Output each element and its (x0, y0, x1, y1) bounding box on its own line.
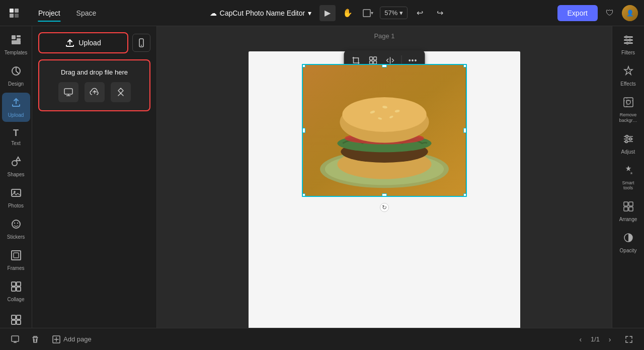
sidebar-item-apps[interactable]: Apps (2, 310, 30, 328)
adjust-label: Adjust (621, 149, 635, 155)
project-name[interactable]: ☁ CapCut Photo Name Editor ▾ (210, 9, 312, 17)
right-item-adjust[interactable]: Adjust (614, 129, 642, 159)
handle-top-left[interactable] (302, 64, 305, 67)
handle-bottom-right[interactable] (463, 193, 467, 197)
right-item-smart-tools[interactable]: Smarttools (614, 161, 642, 195)
logo-icon[interactable] (6, 5, 22, 21)
sidebar-icons: Templates Design Upload T Text Shapes (0, 26, 32, 328)
image-container[interactable]: ↻ (302, 64, 467, 197)
collage-label: Collage (8, 297, 25, 302)
sidebar-item-shapes[interactable]: Shapes (2, 152, 30, 181)
sidebar-item-photos[interactable]: Photos (2, 183, 30, 213)
svg-rect-0 (10, 9, 14, 13)
tab-space[interactable]: Space (68, 5, 105, 21)
cursor-tool-btn[interactable]: ▶ (319, 5, 336, 21)
page-label: Page 1 (374, 32, 394, 40)
svg-rect-2 (10, 14, 14, 18)
svg-rect-19 (12, 282, 16, 286)
fullscreen-btn[interactable] (622, 332, 636, 346)
mobile-upload-btn[interactable] (132, 34, 150, 52)
sidebar-item-text[interactable]: T Text (2, 124, 30, 150)
export-button[interactable]: Export (557, 5, 598, 21)
undo-btn[interactable]: ↩ (412, 5, 428, 21)
svg-point-16 (17, 223, 18, 224)
svg-point-52 (342, 97, 426, 132)
filters-label: Filters (621, 50, 635, 55)
right-item-opacity[interactable]: Opacity (614, 228, 642, 257)
svg-point-31 (141, 45, 142, 46)
selected-image[interactable] (302, 64, 467, 197)
shield-icon[interactable]: 🛡 (602, 5, 618, 21)
opacity-label: Opacity (620, 248, 637, 253)
svg-marker-11 (16, 157, 20, 161)
svg-rect-69 (624, 202, 628, 206)
page-indicator: 1/1 (591, 335, 600, 343)
arrange-icon (623, 201, 634, 215)
smart-tools-icon (623, 165, 634, 178)
remove-bg-label: Removebackgr… (619, 112, 637, 123)
prev-page-btn[interactable]: ‹ (575, 333, 587, 345)
handle-top-mid[interactable] (382, 64, 387, 67)
topbar-right: Export 🛡 👤 (557, 5, 638, 21)
svg-point-10 (12, 161, 17, 166)
svg-rect-8 (12, 40, 21, 44)
right-item-filters[interactable]: Filters (614, 30, 642, 59)
svg-point-15 (14, 223, 15, 224)
right-item-remove-bg[interactable]: Removebackgr… (614, 93, 642, 127)
cloud-upload-btn[interactable] (85, 82, 105, 102)
drag-drop-text: Drag and drop file here (61, 68, 128, 76)
rotate-handle[interactable]: ↻ (380, 203, 389, 212)
add-page-btn[interactable]: Add page (48, 333, 96, 345)
layout-tool-btn[interactable]: ▾ (360, 5, 376, 21)
right-item-effects[interactable]: Effects (614, 61, 642, 91)
sidebar-item-upload[interactable]: Upload (2, 93, 30, 122)
handle-mid-left[interactable] (302, 128, 305, 133)
canvas-area[interactable]: Page 1 ••• (157, 26, 612, 328)
sidebar-item-templates[interactable]: Templates (2, 30, 30, 59)
right-item-arrange[interactable]: Arrange (614, 197, 642, 226)
zoom-control[interactable]: 57% ▾ (380, 7, 408, 19)
handle-bottom-mid[interactable] (382, 193, 387, 197)
zoom-chevron-icon: ▾ (399, 9, 403, 17)
topbar-tools: ▶ ✋ ▾ 57% ▾ ↩ ↪ (319, 5, 448, 21)
upload-panel: Upload Drag and drop file here (32, 26, 157, 328)
opacity-icon (623, 232, 634, 246)
avatar[interactable]: 👤 (622, 5, 638, 21)
tab-project[interactable]: Project (30, 5, 68, 21)
design-icon (11, 65, 22, 79)
templates-label: Templates (5, 50, 28, 55)
svg-rect-34 (370, 57, 373, 60)
svg-point-63 (626, 42, 628, 44)
handle-bottom-left[interactable] (302, 193, 305, 197)
redo-btn[interactable]: ↪ (432, 5, 448, 21)
svg-rect-7 (17, 38, 21, 40)
svg-rect-70 (629, 202, 633, 206)
computer-upload-btn[interactable] (58, 82, 78, 102)
avatar-image: 👤 (622, 5, 638, 21)
svg-rect-5 (12, 35, 16, 39)
present-btn[interactable] (8, 332, 22, 346)
delete-btn[interactable] (28, 332, 42, 346)
upload-main-button[interactable]: Upload (38, 32, 128, 53)
svg-rect-35 (374, 57, 377, 60)
sidebar-item-collage[interactable]: Collage (2, 277, 30, 306)
svg-point-66 (625, 135, 628, 137)
zoom-value: 57% (384, 9, 397, 17)
sidebar-item-design[interactable]: Design (2, 61, 30, 91)
stickers-label: Stickers (7, 234, 25, 240)
drag-drop-zone[interactable]: Drag and drop file here (38, 59, 150, 111)
frames-icon (11, 250, 22, 263)
dropbox-upload-btn[interactable] (111, 82, 131, 102)
photos-label: Photos (8, 203, 24, 208)
bottom-bar: Add page ‹ 1/1 › (0, 328, 644, 350)
shapes-icon (11, 156, 22, 170)
next-page-btn[interactable]: › (604, 333, 616, 345)
svg-point-14 (12, 220, 20, 228)
handle-top-right[interactable] (463, 64, 467, 67)
sidebar-item-frames[interactable]: Frames (2, 246, 30, 275)
hand-tool-btn[interactable]: ✋ (340, 5, 356, 21)
svg-rect-22 (17, 287, 21, 291)
handle-mid-right[interactable] (463, 128, 467, 133)
templates-icon (11, 34, 22, 48)
sidebar-item-stickers[interactable]: Stickers (2, 215, 30, 244)
